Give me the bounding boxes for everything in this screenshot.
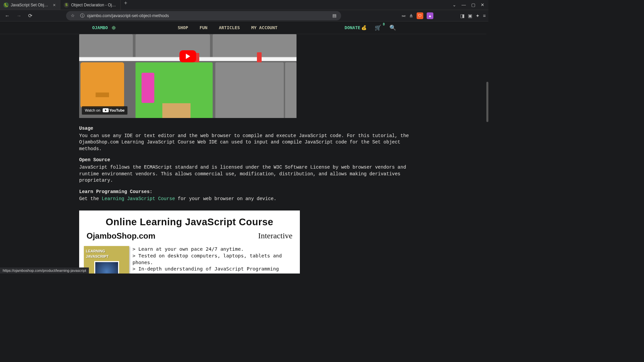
main-nav: SHOP FUN ARTICLES MY ACCOUNT: [178, 25, 278, 30]
opensource-heading: Open Source: [79, 157, 409, 164]
site-header: OJAMBO SHOP FUN ARTICLES MY ACCOUNT DONA…: [0, 21, 488, 34]
page-content: Watch on YouTube Usage You can use any I…: [0, 34, 488, 274]
chevron-down-icon[interactable]: ⌄: [452, 2, 456, 7]
nav-articles[interactable]: ARTICLES: [219, 25, 240, 30]
reload-button[interactable]: ⟳: [26, 11, 35, 20]
wallet-icon[interactable]: ▲: [427, 12, 433, 19]
usage-text: You can use any IDE or text editor and t…: [79, 133, 409, 153]
opensource-text: JavaScript follows the ECMAScript standa…: [79, 164, 409, 184]
learn-text: Get the Learning JavaScript Course for y…: [79, 196, 409, 202]
play-button[interactable]: [179, 50, 196, 62]
share-icon[interactable]: ⫘: [401, 13, 406, 18]
site-logo[interactable]: OJAMBO: [92, 25, 117, 31]
forward-button[interactable]: →: [14, 11, 23, 20]
coin-icon: 💰: [361, 25, 367, 30]
back-button[interactable]: ←: [3, 11, 12, 20]
course-shop: OjamboShop.com: [87, 230, 155, 242]
cart-count: 0: [383, 22, 385, 26]
new-tab-button[interactable]: +: [121, 0, 130, 10]
course-promo-card[interactable]: Online Learning JavaScript Course Ojambo…: [79, 210, 300, 274]
site-actions: DONATE 💰 🛒0 🔍: [344, 24, 396, 31]
tab-2[interactable]: S Object Declaration - OjamboSh...: [60, 0, 121, 10]
browser-toolbar: ← → ⟳ ☆ ⓘ ojambo.com/javascript-set-obje…: [0, 10, 488, 21]
extensions-icon[interactable]: ✦: [476, 13, 480, 18]
youtube-logo-icon: YouTube: [103, 108, 124, 113]
course-interactive-label: Interactive: [258, 230, 292, 242]
sidebar-icon[interactable]: ◨: [460, 13, 465, 18]
address-bar[interactable]: ☆ ⓘ ojambo.com/javascript-set-object-met…: [66, 11, 341, 20]
rss-icon[interactable]: ⋔: [409, 13, 413, 18]
feature-item: > Tested on desktop computers, laptops, …: [132, 253, 295, 266]
feature-item: > Learn at your own pace 24/7 anytime.: [132, 246, 295, 253]
book-image-icon: [94, 261, 119, 274]
bookmark-all-icon[interactable]: ▣: [468, 13, 472, 18]
favicon-icon: S: [64, 2, 69, 8]
url-text: ojambo.com/javascript-set-object-methods: [87, 13, 169, 18]
nav-account[interactable]: MY ACCOUNT: [251, 25, 277, 30]
brave-shield-icon[interactable]: 🛡: [417, 12, 423, 19]
logo-text: OJAMBO: [92, 25, 108, 30]
usage-heading: Usage: [79, 125, 409, 132]
minimize-icon[interactable]: —: [462, 2, 466, 7]
reader-icon[interactable]: ▤: [332, 13, 336, 18]
course-title: Online Learning JavaScript Course: [84, 215, 295, 229]
bookmark-icon[interactable]: ☆: [71, 13, 75, 18]
tab-strip: 🐛 JavaScript Set Object Meth... × S Obje…: [0, 0, 448, 10]
nav-fun[interactable]: FUN: [200, 25, 207, 30]
close-icon[interactable]: ×: [52, 2, 57, 8]
tab-1[interactable]: 🐛 JavaScript Set Object Meth... ×: [0, 0, 60, 10]
scroll-thumb[interactable]: [486, 82, 488, 122]
feature-item: > In-depth understanding of JavaScript P…: [132, 266, 295, 274]
favicon-icon: 🐛: [3, 2, 9, 8]
status-bar: https://ojamboshop.com/product/learning-…: [0, 267, 89, 274]
feature-list: > Learn at your own pace 24/7 anytime. >…: [132, 246, 295, 274]
tab-title: JavaScript Set Object Meth...: [11, 3, 50, 7]
lock-icon[interactable]: ⓘ: [80, 13, 85, 19]
menu-icon[interactable]: ≡: [483, 13, 486, 18]
search-icon[interactable]: 🔍: [389, 24, 396, 31]
book-cover: LEARNING JAVASCRIPT JavaScript is a popu…: [84, 246, 129, 274]
window-controls: ⌄ — ▢ ✕: [448, 2, 488, 7]
watch-on-youtube[interactable]: Watch on YouTube: [82, 106, 127, 115]
maximize-icon[interactable]: ▢: [471, 2, 475, 7]
browser-titlebar: 🐛 JavaScript Set Object Meth... × S Obje…: [0, 0, 488, 10]
donate-button[interactable]: DONATE 💰: [344, 25, 367, 30]
course-link[interactable]: Learning JavaScript Course: [102, 196, 175, 201]
toolbar-extensions: ⫘ ⋔ 🛡 ▲ ◨ ▣ ✦ ≡: [401, 12, 486, 19]
bug-icon: [110, 25, 117, 31]
learn-heading: Learn Programming Courses:: [79, 189, 409, 195]
cart-button[interactable]: 🛒0: [375, 24, 381, 31]
vertical-scrollbar[interactable]: [486, 21, 488, 274]
youtube-embed[interactable]: Watch on YouTube: [79, 34, 297, 118]
nav-shop[interactable]: SHOP: [178, 25, 188, 30]
tab-title: Object Declaration - OjamboSh...: [71, 3, 117, 7]
close-window-icon[interactable]: ✕: [481, 2, 484, 7]
